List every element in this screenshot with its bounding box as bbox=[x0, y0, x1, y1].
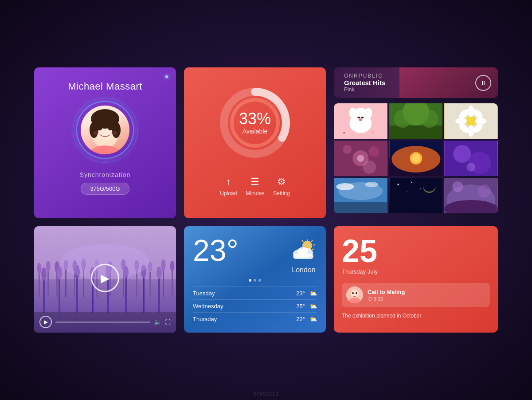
photo-cell-4[interactable] bbox=[334, 141, 387, 176]
svg-rect-97 bbox=[172, 269, 173, 297]
weather-city: London bbox=[292, 266, 315, 274]
forecast-row-thursday: Thursday 22° ⛅ bbox=[193, 312, 317, 325]
photo-cell-6[interactable] bbox=[444, 141, 498, 176]
svg-point-16 bbox=[349, 108, 356, 118]
photo-cell-8[interactable] bbox=[389, 178, 443, 213]
calendar-note: The exhibition planned in October bbox=[342, 312, 490, 320]
svg-rect-79 bbox=[65, 267, 66, 297]
minutes-button[interactable]: ☰ Minutes bbox=[246, 176, 264, 196]
nature-photo bbox=[389, 103, 443, 139]
svg-point-26 bbox=[394, 110, 411, 128]
sync-label: Synchronization bbox=[80, 171, 131, 178]
video-card: ▶ ▶ 🔈 ⛶ bbox=[34, 226, 176, 333]
play-small-icon: ▶ bbox=[44, 319, 48, 325]
photo-cell-2[interactable] bbox=[389, 103, 443, 139]
sync-indicator bbox=[165, 75, 168, 78]
weather-card: 23° bbox=[184, 226, 326, 333]
storage-percentage: 33% bbox=[239, 111, 271, 127]
svg-point-64 bbox=[420, 188, 421, 189]
watermark: 07499212 bbox=[254, 391, 279, 396]
night-photo bbox=[389, 178, 443, 213]
svg-text:♥: ♥ bbox=[372, 130, 374, 134]
svg-rect-111 bbox=[143, 275, 145, 313]
svg-point-33 bbox=[475, 118, 487, 124]
svg-point-27 bbox=[420, 110, 438, 128]
forecast-day-3: Thursday bbox=[193, 316, 296, 322]
forecast-icon-2: ⛅ bbox=[309, 302, 317, 310]
weather-dots bbox=[193, 279, 317, 282]
svg-point-130 bbox=[356, 292, 357, 294]
svg-point-129 bbox=[352, 292, 354, 294]
donut-center: 33% Available bbox=[239, 111, 271, 135]
forecast-temp-1: 23° bbox=[296, 290, 305, 297]
blue-sky-photo bbox=[334, 178, 387, 213]
play-icon: ▶ bbox=[101, 271, 110, 285]
video-controls-bar: ▶ 🔈 ⛶ bbox=[34, 312, 176, 333]
svg-rect-101 bbox=[59, 276, 60, 313]
volume-icon[interactable]: 🔈 bbox=[154, 318, 161, 325]
photo-grid: ♥ ♥ bbox=[334, 103, 498, 213]
forecast-day-2: Wednesday bbox=[193, 303, 296, 310]
svg-point-8 bbox=[111, 131, 117, 135]
right-column: ONRPUBLIC Greatest Hits Pink ⏸ bbox=[334, 67, 498, 218]
weather-icon-wrap: London bbox=[290, 235, 317, 274]
weather-dot-2[interactable] bbox=[254, 279, 256, 282]
svg-point-19 bbox=[361, 117, 364, 118]
svg-rect-125 bbox=[293, 254, 313, 259]
forecast-row-wednesday: Wednesday 25° ⛅ bbox=[193, 299, 317, 312]
calendar-date: 25 bbox=[342, 235, 490, 267]
music-artist: Pink bbox=[344, 86, 385, 93]
fullscreen-icon[interactable]: ⛶ bbox=[165, 319, 171, 325]
forecast-icon-1: ⛅ bbox=[309, 290, 317, 297]
svg-point-69 bbox=[453, 181, 463, 192]
svg-point-6 bbox=[108, 127, 113, 130]
video-play-center-button[interactable]: ▶ bbox=[91, 264, 119, 292]
svg-point-96 bbox=[161, 259, 166, 271]
photo-cell-3[interactable] bbox=[444, 103, 498, 139]
avatar bbox=[81, 106, 129, 154]
svg-point-43 bbox=[363, 161, 376, 174]
svg-line-120 bbox=[312, 249, 313, 250]
svg-point-74 bbox=[37, 263, 42, 274]
svg-rect-109 bbox=[125, 275, 127, 313]
svg-point-53 bbox=[467, 163, 476, 172]
event-time: ⏱ 9:30 bbox=[368, 296, 485, 302]
svg-point-65 bbox=[407, 191, 407, 192]
weather-dot-1[interactable] bbox=[249, 279, 251, 282]
purple-nature-photo bbox=[444, 178, 498, 213]
weather-svg bbox=[290, 239, 317, 261]
svg-point-17 bbox=[365, 108, 372, 118]
svg-point-70 bbox=[478, 184, 491, 198]
music-title: Greatest Hits bbox=[344, 79, 385, 86]
weather-dot-3[interactable] bbox=[258, 279, 261, 282]
photo-cell-5[interactable] bbox=[389, 141, 443, 176]
storage-card: 33% Available ↑ Upload ☰ Minutes ⚙ Setti… bbox=[184, 67, 326, 218]
video-progress-bar[interactable] bbox=[55, 322, 150, 323]
music-info: ONRPUBLIC Greatest Hits Pink bbox=[340, 73, 385, 93]
video-play-small-button[interactable]: ▶ bbox=[39, 316, 52, 328]
music-card: ONRPUBLIC Greatest Hits Pink ⏸ bbox=[334, 67, 498, 98]
storage-actions: ↑ Upload ☰ Minutes ⚙ Setting bbox=[193, 176, 317, 196]
svg-point-98 bbox=[170, 261, 175, 271]
photo-cell-7[interactable] bbox=[334, 178, 387, 213]
settings-label: Setting bbox=[273, 190, 289, 196]
photo-cell-9[interactable] bbox=[444, 178, 498, 213]
svg-point-18 bbox=[357, 117, 360, 118]
upload-button[interactable]: ↑ Upload bbox=[220, 176, 237, 196]
svg-point-41 bbox=[343, 145, 352, 154]
minutes-icon: ☰ bbox=[250, 176, 259, 188]
svg-rect-93 bbox=[149, 270, 151, 297]
purple-bokeh-photo bbox=[444, 141, 498, 176]
photo-cell-1[interactable]: ♥ ♥ bbox=[334, 103, 387, 139]
svg-point-42 bbox=[368, 146, 379, 157]
settings-icon: ⚙ bbox=[277, 176, 286, 188]
svg-point-5 bbox=[98, 127, 102, 130]
svg-line-121 bbox=[302, 240, 303, 242]
music-pause-button[interactable]: ⏸ bbox=[475, 75, 491, 91]
svg-rect-99 bbox=[43, 277, 45, 313]
svg-point-44 bbox=[357, 155, 364, 162]
contact-avatar-svg bbox=[346, 286, 363, 303]
puppy-photo: ♥ ♥ bbox=[334, 103, 387, 139]
forecast-temp-3: 22° bbox=[296, 316, 305, 322]
settings-button[interactable]: ⚙ Setting bbox=[273, 176, 289, 196]
